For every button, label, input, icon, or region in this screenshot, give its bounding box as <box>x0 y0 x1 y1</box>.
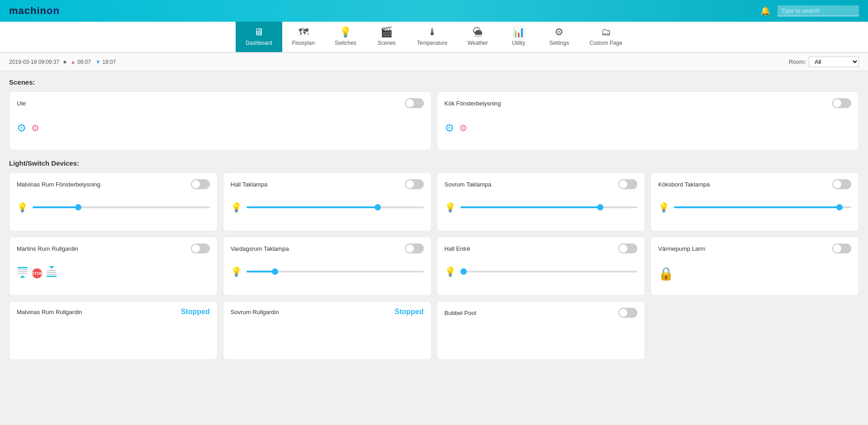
notification-bell-icon[interactable]: 🔔 <box>760 6 770 16</box>
device-card-martins-rullgardin: Martins Rum Rullgardin STOP <box>9 237 218 296</box>
scene-kok-toggle[interactable] <box>832 98 851 108</box>
malvinas-fonster-header: Malvinas Rum Fönsterbelysning <box>17 179 210 189</box>
hall-entre-slider-container: 💡 <box>445 266 638 277</box>
sunset-time: 18:07 <box>102 59 116 65</box>
hall-entre-title: Hall Entré <box>445 245 470 252</box>
svg-marker-5 <box>49 266 54 269</box>
hall-entre-header: Hall Entré <box>445 244 638 253</box>
malvinas-rullgardin-header: Malvinas Rum Rullgardin Stopped <box>17 308 210 316</box>
vardagsrum-taklampa-title: Vardagsrum Taklampa <box>231 245 289 252</box>
scene-kok-header: Kök Fönsterbelysning <box>445 98 852 108</box>
device-card-malvinas-fonster: Malvinas Rum Fönsterbelysning 💡 <box>9 172 218 231</box>
hall-taklampa-toggle[interactable] <box>405 179 424 189</box>
malvinas-fonster-slider-container: 💡 <box>17 202 210 213</box>
scene-kok-gear-pink-icon[interactable]: ⚙ <box>459 123 467 134</box>
hall-entre-slider-input[interactable] <box>460 271 638 272</box>
devices-row-1: Malvinas Rum Fönsterbelysning 💡 Hall Tak… <box>9 172 859 231</box>
device-card-sovrum-taklampa: Sovrum Taklampa 💡 <box>437 172 645 231</box>
sovrum-taklampa-toggle[interactable] <box>618 179 637 189</box>
svg-rect-3 <box>18 273 28 274</box>
vardagsrum-slider-container: 💡 <box>231 266 424 277</box>
weather-icon: 🌦 <box>473 26 483 38</box>
martins-rullgardin-toggle[interactable] <box>191 244 210 253</box>
blind-up-icon[interactable] <box>17 266 28 281</box>
scenes-section-title: Scenes: <box>9 78 859 86</box>
martins-rullgardin-header: Martins Rum Rullgardin <box>17 244 210 253</box>
malvinas-fonster-toggle[interactable] <box>191 179 210 189</box>
floorplan-icon: 🗺 <box>299 26 308 38</box>
scene-kok-slider <box>832 98 851 108</box>
bubbel-pool-toggle[interactable] <box>618 308 637 318</box>
scene-kok-icons: ⚙ ⚙ <box>445 122 852 134</box>
sovrum-rullgardin-title: Sovrum Rullgardin <box>231 309 279 315</box>
devices-row-3: Malvinas Rum Rullgardin Stopped Sovrum R… <box>9 301 859 360</box>
vardagsrum-taklampa-toggle[interactable] <box>405 244 424 253</box>
svg-rect-0 <box>18 267 28 268</box>
malvinas-fonster-slider-input[interactable] <box>33 206 210 208</box>
hall-taklampa-light-icon: 💡 <box>231 202 242 213</box>
nav-label-dashboard: Dashboard <box>246 40 272 46</box>
scene-ute-gear-blue-icon[interactable]: ⚙ <box>17 122 27 134</box>
nav-item-custompage[interactable]: 🗂 Custom Page <box>579 22 632 52</box>
vardagsrum-slider-input[interactable] <box>247 271 424 272</box>
scene-ute-gear-pink-icon[interactable]: ⚙ <box>31 123 39 134</box>
scene-ute-toggle[interactable] <box>405 98 424 108</box>
koksbord-taklampa-slider-input[interactable] <box>674 206 851 208</box>
sovrum-taklampa-light-icon: 💡 <box>445 202 456 213</box>
devices-section-title: Light/Switch Devices: <box>9 159 859 167</box>
nav-bar: 🖥 Dashboard 🗺 Floorplan 💡 Switches 🎬 Sce… <box>0 22 868 53</box>
nav-label-scenes: Scenes <box>378 40 396 46</box>
datetime-text: 2019-03-18 09:09:37 <box>9 59 59 65</box>
varmepump-title: Värmepump Larm <box>658 245 705 252</box>
nav-item-weather[interactable]: 🌦 Weather <box>457 22 498 52</box>
svg-marker-4 <box>20 275 25 278</box>
nav-item-floorplan[interactable]: 🗺 Floorplan <box>282 22 325 52</box>
room-select-input[interactable]: All Living Room Bedroom Kitchen <box>809 57 859 67</box>
temperature-icon: 🌡 <box>427 26 437 38</box>
device-card-hall-entre: Hall Entré 💡 <box>437 237 645 296</box>
sovrum-taklampa-title: Sovrum Taklampa <box>445 181 492 188</box>
nav-label-weather: Weather <box>468 40 488 46</box>
nav-item-switches[interactable]: 💡 Switches <box>325 22 366 52</box>
vardagsrum-taklampa-header: Vardagsrum Taklampa <box>231 244 424 253</box>
nav-label-temperature: Temperature <box>417 40 447 46</box>
scene-card-ute: Ute ⚙ ⚙ <box>9 91 432 150</box>
device-card-koksbord-taklampa: Köksbord Taklampa 💡 <box>650 172 859 231</box>
nav-item-scenes[interactable]: 🎬 Scenes <box>366 22 407 52</box>
scene-ute-header: Ute <box>17 98 424 108</box>
scene-ute-icons: ⚙ ⚙ <box>17 122 424 134</box>
sovrum-taklampa-slider-input[interactable] <box>460 206 638 208</box>
svg-rect-7 <box>47 272 57 273</box>
blind-stop-icon[interactable]: STOP <box>32 268 42 278</box>
hall-taklampa-title: Hall Taklampa <box>231 181 267 188</box>
nav-item-utility[interactable]: 📊 Utility <box>498 22 539 52</box>
placeholder-card <box>650 301 859 360</box>
malvinas-fonster-title: Malvinas Rum Fönsterbelysning <box>17 181 100 188</box>
devices-row-2: Martins Rum Rullgardin STOP <box>9 237 859 296</box>
nav-label-floorplan: Floorplan <box>292 40 315 46</box>
nav-item-settings[interactable]: ⚙ Settings <box>539 22 579 52</box>
nav-item-dashboard[interactable]: 🖥 Dashboard <box>236 22 282 52</box>
hall-entre-toggle[interactable] <box>618 244 637 253</box>
malvinas-rullgardin-title: Malvinas Rum Rullgardin <box>17 309 82 315</box>
vardagsrum-light-icon: 💡 <box>231 266 242 277</box>
blind-down-icon[interactable] <box>46 266 57 281</box>
device-card-varmepump-larm: Värmepump Larm 🔒 <box>650 237 859 296</box>
koksbord-taklampa-toggle[interactable] <box>832 179 851 189</box>
koksbord-taklampa-slider-container: 💡 <box>658 202 851 213</box>
device-card-sovrum-rullgardin: Sovrum Rullgardin Stopped <box>223 301 432 360</box>
svg-rect-2 <box>18 271 28 272</box>
main-content: Scenes: Ute ⚙ ⚙ Kök Fönsterbelysning <box>0 71 868 367</box>
device-card-malvinas-rullgardin: Malvinas Rum Rullgardin Stopped <box>9 301 218 360</box>
koksbord-taklampa-title: Köksbord Taklampa <box>658 181 710 188</box>
scenes-icon: 🎬 <box>380 26 393 38</box>
hall-taklampa-slider-input[interactable] <box>247 206 424 208</box>
varmepump-toggle[interactable] <box>832 244 851 253</box>
nav-item-temperature[interactable]: 🌡 Temperature <box>407 22 457 52</box>
logo-highlight: on <box>47 5 60 16</box>
nav-label-utility: Utility <box>512 40 525 46</box>
search-input[interactable] <box>778 5 859 16</box>
scene-kok-gear-blue-icon[interactable]: ⚙ <box>445 122 455 134</box>
room-label: Room: <box>789 58 806 65</box>
scene-card-kok: Kök Fönsterbelysning ⚙ ⚙ <box>437 91 859 150</box>
